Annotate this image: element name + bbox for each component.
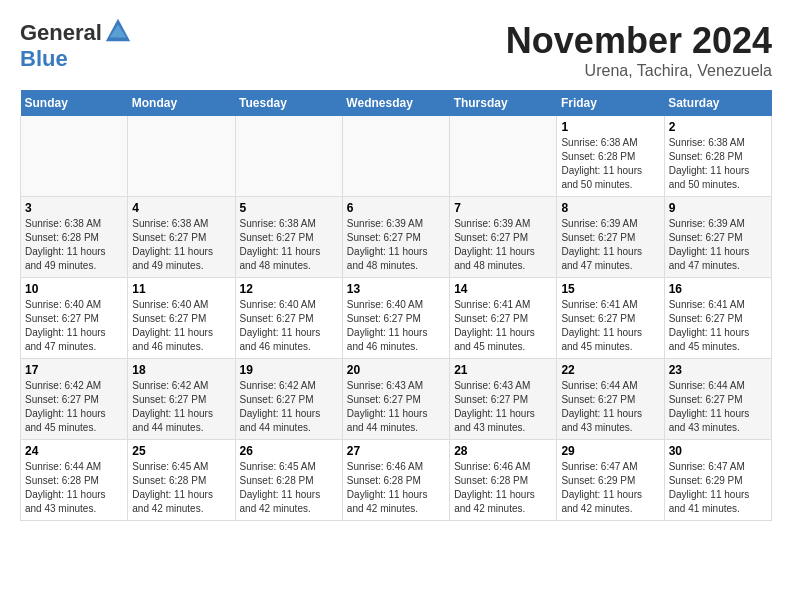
calendar-cell bbox=[21, 116, 128, 197]
month-title: November 2024 bbox=[506, 20, 772, 62]
day-info: Sunrise: 6:42 AM Sunset: 6:27 PM Dayligh… bbox=[25, 379, 123, 435]
day-number: 3 bbox=[25, 201, 123, 215]
logo-general-text: General bbox=[20, 20, 102, 46]
day-info: Sunrise: 6:38 AM Sunset: 6:27 PM Dayligh… bbox=[240, 217, 338, 273]
day-header-sunday: Sunday bbox=[21, 90, 128, 116]
day-number: 21 bbox=[454, 363, 552, 377]
day-number: 12 bbox=[240, 282, 338, 296]
day-info: Sunrise: 6:39 AM Sunset: 6:27 PM Dayligh… bbox=[669, 217, 767, 273]
calendar-cell: 22Sunrise: 6:44 AM Sunset: 6:27 PM Dayli… bbox=[557, 359, 664, 440]
day-number: 29 bbox=[561, 444, 659, 458]
day-number: 14 bbox=[454, 282, 552, 296]
calendar-cell: 15Sunrise: 6:41 AM Sunset: 6:27 PM Dayli… bbox=[557, 278, 664, 359]
day-header-friday: Friday bbox=[557, 90, 664, 116]
day-number: 24 bbox=[25, 444, 123, 458]
location-subtitle: Urena, Tachira, Venezuela bbox=[506, 62, 772, 80]
day-number: 16 bbox=[669, 282, 767, 296]
day-info: Sunrise: 6:43 AM Sunset: 6:27 PM Dayligh… bbox=[454, 379, 552, 435]
calendar-cell: 5Sunrise: 6:38 AM Sunset: 6:27 PM Daylig… bbox=[235, 197, 342, 278]
day-number: 1 bbox=[561, 120, 659, 134]
day-info: Sunrise: 6:41 AM Sunset: 6:27 PM Dayligh… bbox=[561, 298, 659, 354]
day-info: Sunrise: 6:47 AM Sunset: 6:29 PM Dayligh… bbox=[561, 460, 659, 516]
day-info: Sunrise: 6:39 AM Sunset: 6:27 PM Dayligh… bbox=[347, 217, 445, 273]
calendar-cell: 16Sunrise: 6:41 AM Sunset: 6:27 PM Dayli… bbox=[664, 278, 771, 359]
day-number: 17 bbox=[25, 363, 123, 377]
calendar-cell: 26Sunrise: 6:45 AM Sunset: 6:28 PM Dayli… bbox=[235, 440, 342, 521]
calendar-cell: 25Sunrise: 6:45 AM Sunset: 6:28 PM Dayli… bbox=[128, 440, 235, 521]
day-header-thursday: Thursday bbox=[450, 90, 557, 116]
day-info: Sunrise: 6:44 AM Sunset: 6:27 PM Dayligh… bbox=[561, 379, 659, 435]
calendar-cell: 11Sunrise: 6:40 AM Sunset: 6:27 PM Dayli… bbox=[128, 278, 235, 359]
day-info: Sunrise: 6:40 AM Sunset: 6:27 PM Dayligh… bbox=[25, 298, 123, 354]
calendar-cell: 9Sunrise: 6:39 AM Sunset: 6:27 PM Daylig… bbox=[664, 197, 771, 278]
calendar-cell bbox=[235, 116, 342, 197]
day-number: 8 bbox=[561, 201, 659, 215]
day-number: 7 bbox=[454, 201, 552, 215]
day-info: Sunrise: 6:40 AM Sunset: 6:27 PM Dayligh… bbox=[347, 298, 445, 354]
day-number: 6 bbox=[347, 201, 445, 215]
day-number: 23 bbox=[669, 363, 767, 377]
day-info: Sunrise: 6:44 AM Sunset: 6:27 PM Dayligh… bbox=[669, 379, 767, 435]
day-info: Sunrise: 6:46 AM Sunset: 6:28 PM Dayligh… bbox=[454, 460, 552, 516]
calendar-cell: 29Sunrise: 6:47 AM Sunset: 6:29 PM Dayli… bbox=[557, 440, 664, 521]
calendar-cell: 8Sunrise: 6:39 AM Sunset: 6:27 PM Daylig… bbox=[557, 197, 664, 278]
logo: General Blue bbox=[20, 20, 132, 72]
day-info: Sunrise: 6:38 AM Sunset: 6:28 PM Dayligh… bbox=[25, 217, 123, 273]
day-info: Sunrise: 6:38 AM Sunset: 6:27 PM Dayligh… bbox=[132, 217, 230, 273]
day-number: 19 bbox=[240, 363, 338, 377]
day-info: Sunrise: 6:40 AM Sunset: 6:27 PM Dayligh… bbox=[132, 298, 230, 354]
day-number: 15 bbox=[561, 282, 659, 296]
day-info: Sunrise: 6:42 AM Sunset: 6:27 PM Dayligh… bbox=[240, 379, 338, 435]
day-header-saturday: Saturday bbox=[664, 90, 771, 116]
day-number: 30 bbox=[669, 444, 767, 458]
day-number: 13 bbox=[347, 282, 445, 296]
calendar-cell: 14Sunrise: 6:41 AM Sunset: 6:27 PM Dayli… bbox=[450, 278, 557, 359]
day-number: 27 bbox=[347, 444, 445, 458]
day-info: Sunrise: 6:38 AM Sunset: 6:28 PM Dayligh… bbox=[561, 136, 659, 192]
day-info: Sunrise: 6:43 AM Sunset: 6:27 PM Dayligh… bbox=[347, 379, 445, 435]
day-info: Sunrise: 6:46 AM Sunset: 6:28 PM Dayligh… bbox=[347, 460, 445, 516]
day-info: Sunrise: 6:39 AM Sunset: 6:27 PM Dayligh… bbox=[561, 217, 659, 273]
calendar-cell: 2Sunrise: 6:38 AM Sunset: 6:28 PM Daylig… bbox=[664, 116, 771, 197]
day-info: Sunrise: 6:47 AM Sunset: 6:29 PM Dayligh… bbox=[669, 460, 767, 516]
calendar-week-1: 1Sunrise: 6:38 AM Sunset: 6:28 PM Daylig… bbox=[21, 116, 772, 197]
calendar-cell: 19Sunrise: 6:42 AM Sunset: 6:27 PM Dayli… bbox=[235, 359, 342, 440]
day-info: Sunrise: 6:39 AM Sunset: 6:27 PM Dayligh… bbox=[454, 217, 552, 273]
calendar-cell: 23Sunrise: 6:44 AM Sunset: 6:27 PM Dayli… bbox=[664, 359, 771, 440]
calendar-cell: 24Sunrise: 6:44 AM Sunset: 6:28 PM Dayli… bbox=[21, 440, 128, 521]
calendar-cell: 30Sunrise: 6:47 AM Sunset: 6:29 PM Dayli… bbox=[664, 440, 771, 521]
calendar-cell: 7Sunrise: 6:39 AM Sunset: 6:27 PM Daylig… bbox=[450, 197, 557, 278]
day-number: 2 bbox=[669, 120, 767, 134]
calendar-cell: 18Sunrise: 6:42 AM Sunset: 6:27 PM Dayli… bbox=[128, 359, 235, 440]
calendar-cell: 20Sunrise: 6:43 AM Sunset: 6:27 PM Dayli… bbox=[342, 359, 449, 440]
calendar-header: SundayMondayTuesdayWednesdayThursdayFrid… bbox=[21, 90, 772, 116]
day-number: 22 bbox=[561, 363, 659, 377]
calendar-cell: 6Sunrise: 6:39 AM Sunset: 6:27 PM Daylig… bbox=[342, 197, 449, 278]
calendar-cell: 21Sunrise: 6:43 AM Sunset: 6:27 PM Dayli… bbox=[450, 359, 557, 440]
day-number: 9 bbox=[669, 201, 767, 215]
day-info: Sunrise: 6:38 AM Sunset: 6:28 PM Dayligh… bbox=[669, 136, 767, 192]
day-info: Sunrise: 6:45 AM Sunset: 6:28 PM Dayligh… bbox=[240, 460, 338, 516]
calendar-cell bbox=[128, 116, 235, 197]
day-number: 20 bbox=[347, 363, 445, 377]
calendar-week-2: 3Sunrise: 6:38 AM Sunset: 6:28 PM Daylig… bbox=[21, 197, 772, 278]
calendar-week-5: 24Sunrise: 6:44 AM Sunset: 6:28 PM Dayli… bbox=[21, 440, 772, 521]
calendar-cell: 1Sunrise: 6:38 AM Sunset: 6:28 PM Daylig… bbox=[557, 116, 664, 197]
calendar-cell bbox=[450, 116, 557, 197]
calendar-cell: 4Sunrise: 6:38 AM Sunset: 6:27 PM Daylig… bbox=[128, 197, 235, 278]
logo-icon bbox=[104, 17, 132, 45]
title-block: November 2024 Urena, Tachira, Venezuela bbox=[506, 20, 772, 80]
day-number: 11 bbox=[132, 282, 230, 296]
day-info: Sunrise: 6:40 AM Sunset: 6:27 PM Dayligh… bbox=[240, 298, 338, 354]
calendar-table: SundayMondayTuesdayWednesdayThursdayFrid… bbox=[20, 90, 772, 521]
day-number: 10 bbox=[25, 282, 123, 296]
day-number: 25 bbox=[132, 444, 230, 458]
day-info: Sunrise: 6:45 AM Sunset: 6:28 PM Dayligh… bbox=[132, 460, 230, 516]
calendar-cell: 13Sunrise: 6:40 AM Sunset: 6:27 PM Dayli… bbox=[342, 278, 449, 359]
day-info: Sunrise: 6:41 AM Sunset: 6:27 PM Dayligh… bbox=[669, 298, 767, 354]
day-number: 28 bbox=[454, 444, 552, 458]
day-info: Sunrise: 6:44 AM Sunset: 6:28 PM Dayligh… bbox=[25, 460, 123, 516]
calendar-cell: 3Sunrise: 6:38 AM Sunset: 6:28 PM Daylig… bbox=[21, 197, 128, 278]
calendar-cell: 17Sunrise: 6:42 AM Sunset: 6:27 PM Dayli… bbox=[21, 359, 128, 440]
day-header-monday: Monday bbox=[128, 90, 235, 116]
